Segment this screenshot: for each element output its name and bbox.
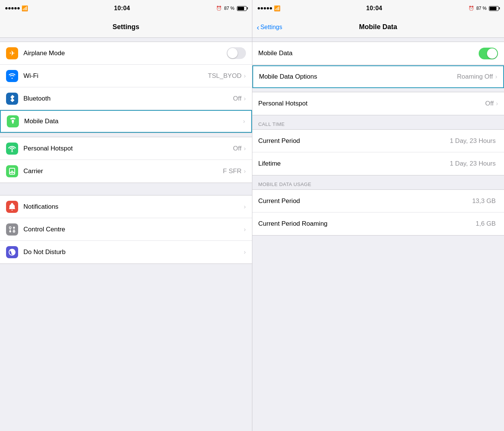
- airplane-mode-row[interactable]: ✈ Airplane Mode: [0, 42, 252, 65]
- do-not-disturb-row[interactable]: Do Not Disturb ›: [0, 241, 252, 264]
- airplane-toggle[interactable]: [227, 47, 246, 59]
- right-status-right: ⏰ 87 %: [468, 6, 499, 11]
- airplane-icon: ✈: [6, 47, 18, 59]
- battery-body: [237, 6, 247, 11]
- mobile-data-toggle-knob: [487, 48, 497, 59]
- hotspot-icon: [6, 143, 18, 155]
- current-period-label: Current Period: [258, 137, 450, 145]
- do-not-disturb-icon: [6, 246, 18, 258]
- mobile-data-chevron: ›: [243, 118, 245, 125]
- mobile-data-options-label: Mobile Data Options: [259, 73, 457, 81]
- notifications-label: Notifications: [23, 203, 244, 211]
- right-signal-area: 📶: [258, 5, 280, 11]
- right-battery-icon: [489, 6, 499, 11]
- bluetooth-icon: [6, 93, 18, 105]
- hotspot-chevron: ›: [244, 145, 246, 152]
- hotspot-label: Personal Hotspot: [23, 145, 233, 152]
- mobile-data-toggle[interactable]: [479, 48, 498, 59]
- right-hotspot-label: Personal Hotspot: [258, 100, 485, 107]
- right-section3: Personal Hotspot Off ›: [252, 92, 504, 115]
- lifetime-row: Lifetime 1 Day, 23 Hours: [252, 152, 504, 175]
- personal-hotspot-row[interactable]: Personal Hotspot Off ›: [0, 137, 252, 160]
- svg-point-12: [13, 226, 15, 228]
- hotspot-value: Off: [233, 145, 241, 152]
- svg-point-10: [11, 171, 13, 172]
- left-nav-title: Settings: [113, 23, 139, 31]
- do-not-disturb-label: Do Not Disturb: [23, 248, 244, 256]
- mobile-data-label: Mobile Data: [24, 118, 243, 125]
- control-centre-icon: [6, 223, 18, 236]
- right-battery-fill: [490, 7, 496, 10]
- dot4: [14, 7, 17, 9]
- mobile-data-row[interactable]: Mobile Data ›: [0, 110, 252, 133]
- usage-roaming-value: 1,6 GB: [476, 220, 496, 228]
- current-period-value: 1 Day, 23 Hours: [450, 137, 496, 145]
- signal-dots: [5, 7, 20, 9]
- lifetime-label: Lifetime: [258, 160, 450, 167]
- right-nav-title: Mobile Data: [359, 23, 397, 31]
- usage-roaming-row: Current Period Roaming 1,6 GB: [252, 212, 504, 235]
- left-clock: 10:04: [114, 5, 130, 12]
- right-signal-dots: [258, 7, 272, 9]
- left-status-right: ⏰ 87 %: [216, 6, 246, 11]
- airplane-label: Airplane Mode: [23, 50, 227, 57]
- alarm-icon: ⏰: [216, 6, 222, 11]
- left-content: ✈ Airplane Mode Wi-Fi TSL_BYOD ›: [0, 38, 252, 431]
- mobile-data-options-chevron: ›: [495, 73, 497, 80]
- mobile-data-options-row[interactable]: Mobile Data Options Roaming Off ›: [252, 65, 504, 88]
- svg-point-11: [9, 226, 11, 228]
- gap3: [0, 183, 252, 195]
- right-status-bar: 📶 10:04 ⏰ 87 %: [252, 0, 504, 17]
- battery-icon: [237, 6, 247, 11]
- mobile-data-icon: [7, 115, 19, 127]
- right-gap2: [252, 88, 504, 92]
- control-centre-label: Control Centre: [23, 226, 244, 233]
- back-button[interactable]: ‹ Settings: [257, 23, 282, 31]
- right-gap4: [252, 175, 504, 179]
- bluetooth-label: Bluetooth: [23, 95, 233, 102]
- left-panel: 📶 10:04 ⏰ 87 % Settings ✈ Airplane Mode: [0, 0, 252, 431]
- control-centre-row[interactable]: Control Centre ›: [0, 218, 252, 241]
- right-section2: Mobile Data Options Roaming Off ›: [252, 65, 504, 88]
- mobile-data-toggle-label: Mobile Data: [258, 50, 479, 57]
- left-status-bar: 📶 10:04 ⏰ 87 %: [0, 0, 252, 17]
- section2: Personal Hotspot Off › Carrier F SFR ›: [0, 137, 252, 183]
- carrier-icon: [6, 165, 18, 177]
- signal-area: 📶: [5, 5, 28, 11]
- mobile-data-toggle-row[interactable]: Mobile Data: [252, 42, 504, 65]
- do-not-disturb-chevron: ›: [244, 249, 246, 256]
- wifi-label: Wi-Fi: [23, 72, 208, 80]
- carrier-row[interactable]: Carrier F SFR ›: [0, 160, 252, 183]
- usage-current-value: 13,3 GB: [472, 197, 496, 205]
- current-period-row: Current Period 1 Day, 23 Hours: [252, 130, 504, 152]
- carrier-chevron: ›: [244, 168, 246, 175]
- right-hotspot-row[interactable]: Personal Hotspot Off ›: [252, 92, 504, 115]
- notifications-chevron: ›: [244, 203, 246, 210]
- battery-fill: [238, 7, 244, 10]
- wifi-chevron: ›: [244, 73, 246, 79]
- data-usage-section: Current Period 13,3 GB Current Period Ro…: [252, 189, 504, 236]
- dot3: [11, 7, 14, 9]
- right-hotspot-value: Off: [485, 100, 493, 107]
- wifi-icon: [6, 70, 18, 82]
- right-gap3: [252, 115, 504, 119]
- right-battery-pct: 87 %: [476, 6, 487, 11]
- usage-current-label: Current Period: [258, 197, 472, 205]
- svg-point-6: [12, 149, 13, 150]
- back-label: Settings: [260, 24, 282, 31]
- right-panel: 📶 10:04 ⏰ 87 % ‹ Settings Mobile Data Mo…: [252, 0, 504, 431]
- gap1: [0, 38, 252, 42]
- wifi-value: TSL_BYOD: [208, 72, 241, 80]
- notifications-row[interactable]: Notifications ›: [0, 195, 252, 218]
- carrier-label: Carrier: [23, 167, 223, 175]
- dot2: [8, 7, 11, 9]
- bluetooth-value: Off: [233, 95, 241, 102]
- wifi-row[interactable]: Wi-Fi TSL_BYOD ›: [0, 65, 252, 87]
- bluetooth-row[interactable]: Bluetooth Off ›: [0, 87, 252, 110]
- lifetime-value: 1 Day, 23 Hours: [450, 160, 496, 167]
- right-section1: Mobile Data: [252, 42, 504, 65]
- right-gap1: [252, 38, 504, 42]
- section1: ✈ Airplane Mode Wi-Fi TSL_BYOD ›: [0, 42, 252, 133]
- right-alarm-icon: ⏰: [468, 6, 474, 11]
- right-nav-bar: ‹ Settings Mobile Data: [252, 17, 504, 38]
